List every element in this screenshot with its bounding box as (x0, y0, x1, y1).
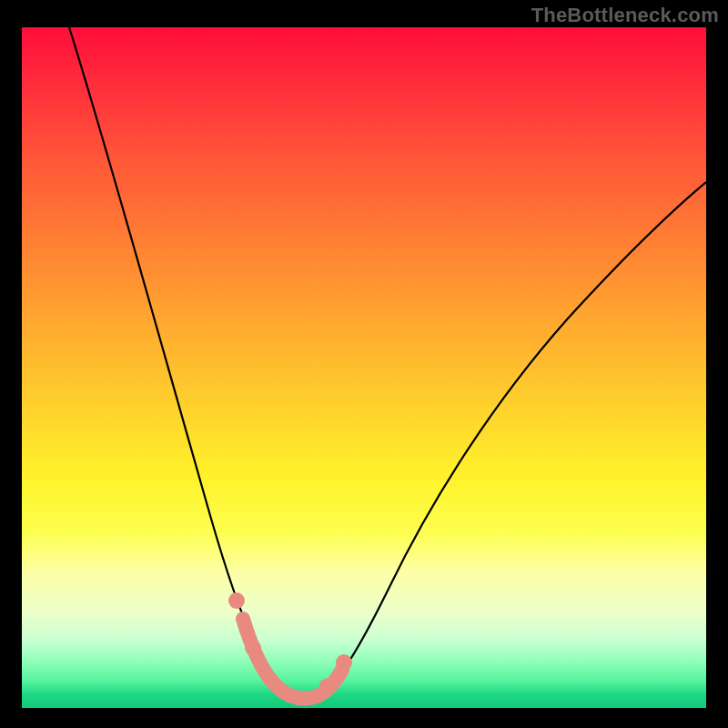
bottleneck-curve (69, 27, 706, 697)
curve-layer (22, 27, 706, 708)
salmon-dot-right-inner (319, 678, 336, 694)
watermark-text: TheBottleneck.com (531, 4, 719, 27)
chart-frame: TheBottleneck.com (0, 0, 728, 728)
salmon-dot-left-lower (245, 640, 261, 656)
plot-area (22, 27, 706, 708)
salmon-dot-right-upper (336, 654, 352, 671)
salmon-dot-left-upper (228, 592, 245, 609)
